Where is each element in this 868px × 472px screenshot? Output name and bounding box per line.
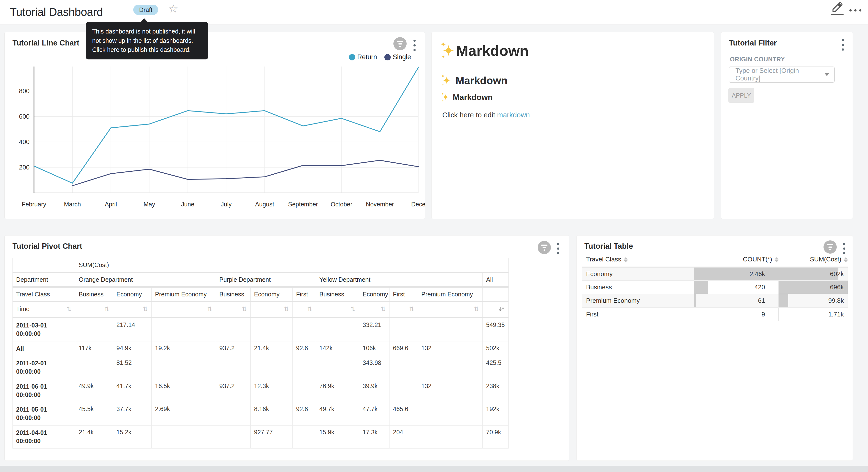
travel-class-cell: Business	[582, 281, 694, 294]
sort-icon[interactable]	[844, 257, 848, 262]
origin-country-label: ORIGIN COUNTRY	[730, 56, 785, 63]
pivot-class-header: Premium Economy	[418, 287, 483, 302]
svg-text:October: October	[331, 201, 352, 208]
svg-text:April: April	[105, 201, 117, 208]
sort-toggle-icon[interactable]: ⇅	[66, 305, 72, 313]
pivot-group-header: Yellow Department	[316, 272, 483, 287]
sort-toggle-icon[interactable]: ⇅	[474, 305, 479, 313]
pivot-cell: 19.2k	[152, 341, 216, 356]
markdown-h1: ✦✦✦Markdown	[442, 42, 529, 59]
pivot-cell: 8.16k	[251, 402, 293, 425]
sort-toggle-icon[interactable]: ⇅	[409, 305, 414, 313]
pivot-class-header: Business	[216, 287, 251, 302]
svg-text:Dece: Dece	[411, 201, 425, 208]
count-cell: 420	[694, 281, 778, 294]
pivot-class-row: Travel ClassBusinessEconomyPremium Econo…	[13, 287, 508, 302]
pivot-cell: 132	[418, 379, 483, 402]
applied-filter-icon[interactable]	[824, 240, 837, 254]
data-table: Travel Class COUNT(*) SUM(Cost) Economy2…	[582, 252, 848, 321]
table-row: First91.71k	[582, 307, 848, 321]
pivot-cell: 70.9k	[483, 425, 508, 448]
pivot-cell	[216, 425, 251, 448]
sum-cost-cell: 602k	[778, 267, 848, 281]
chevron-down-icon	[825, 73, 829, 76]
count-cell: 61	[694, 294, 778, 307]
pivot-cell	[418, 402, 483, 425]
sort-toggle-icon[interactable]: ⇅	[242, 305, 247, 313]
sum-cost-cell: 99.8k	[778, 294, 848, 307]
pivot-cell: 204	[390, 425, 418, 448]
pivot-cell: 76.9k	[316, 379, 359, 402]
pivot-cell	[216, 402, 251, 425]
pivot-cell	[418, 318, 483, 342]
sort-toggle-icon[interactable]: ⇅	[207, 305, 212, 313]
pivot-cell: 132	[418, 341, 483, 356]
pivot-metric-row: SUM(Cost)	[13, 258, 508, 272]
pivot-cell: 549.35	[483, 318, 508, 342]
svg-text:February: February	[22, 201, 46, 208]
svg-text:600: 600	[19, 113, 30, 120]
apply-button[interactable]: APPLY	[728, 88, 754, 103]
pivot-cell: 92.6	[293, 341, 316, 356]
table-card: Tutorial Table Travel Class COUNT(*) SUM…	[576, 235, 853, 461]
col-header-sum-cost[interactable]: SUM(Cost)	[778, 252, 848, 267]
pivot-cell: 669.6	[390, 341, 418, 356]
sort-toggle-icon[interactable]: ⇅	[104, 305, 109, 313]
publish-tooltip: This dashboard is not published, it will…	[86, 22, 208, 59]
sort-icon[interactable]	[624, 257, 628, 262]
col-header-count[interactable]: COUNT(*)	[694, 252, 778, 267]
pivot-cell: 217.14	[113, 318, 152, 342]
col-header-travel-class[interactable]: Travel Class	[582, 252, 694, 267]
pivot-row: 2011-04-01 00:00:0021.4k15.2k927.7715.9k…	[13, 425, 508, 448]
pivot-cell	[216, 318, 251, 342]
sort-toggle-icon[interactable]: ⇅	[143, 305, 148, 313]
pivot-cell: 343.98	[359, 356, 390, 379]
header-ellipsis-menu-icon[interactable]	[849, 9, 861, 11]
markdown-paragraph: Click here to edit markdown	[442, 111, 530, 119]
pivot-cell: 332.21	[359, 318, 390, 342]
pivot-cell: 117k	[75, 341, 113, 356]
pivot-cell	[316, 356, 359, 379]
pivot-cell	[390, 318, 418, 342]
pivot-chart-card: Tutorial Pivot Chart SUM(Cost)Department…	[4, 235, 569, 461]
svg-text:November: November	[366, 201, 394, 208]
edit-markdown-link[interactable]: markdown	[497, 111, 530, 119]
pivot-cell	[152, 356, 216, 379]
pivot-cell: 49.7k	[316, 402, 359, 425]
pivot-cell	[216, 356, 251, 379]
sort-icon[interactable]	[775, 257, 778, 262]
markdown-h2: ✦✦✦ Markdown	[442, 75, 507, 87]
count-cell: 9	[694, 307, 778, 321]
pivot-cell: 45.5k	[75, 402, 113, 425]
filter-kebab-menu-icon[interactable]	[841, 38, 845, 52]
pivot-row: 2011-06-01 00:00:0049.9k41.7k16.5k937.21…	[13, 379, 508, 402]
pivot-cell	[251, 356, 293, 379]
pivot-kebab-menu-icon[interactable]	[556, 242, 560, 255]
sort-toggle-icon[interactable]: ⇅	[350, 305, 355, 313]
sort-toggle-icon[interactable]: ⇅	[307, 305, 312, 313]
pivot-row: All117k94.9k19.2k937.221.4k92.6142k106k6…	[13, 341, 508, 356]
edit-pencil-icon[interactable]	[830, 2, 844, 15]
pivot-row-header: 2011-05-01 00:00:00	[13, 402, 75, 425]
pivot-cell	[293, 318, 316, 342]
sort-toggle-icon[interactable]: ⇅	[284, 305, 289, 313]
pivot-cell: 425.5	[483, 356, 508, 379]
bottom-scroll-strip[interactable]	[0, 466, 868, 472]
pivot-cell: 937.2	[216, 379, 251, 402]
sort-toggle-icon[interactable]: ⇅	[381, 305, 386, 313]
sort-desc-icon[interactable]	[498, 305, 505, 314]
svg-text:September: September	[288, 201, 318, 208]
markdown-card: ✦✦✦Markdown ✦✦✦ Markdown ✦✦✦ Markdown Cl…	[431, 32, 714, 219]
pivot-class-header: Economy	[359, 287, 390, 302]
table-row: Economy2.46k602k	[582, 267, 848, 281]
svg-text:July: July	[221, 201, 232, 208]
pivot-chart-title: Tutorial Pivot Chart	[12, 242, 82, 251]
dashboard-page: Tutorial Dashboard Draft ☆ This dashboar…	[0, 0, 868, 472]
pivot-cell: 465.6	[390, 402, 418, 425]
favorite-star-icon[interactable]: ☆	[168, 2, 178, 15]
pivot-cell: 41.7k	[113, 379, 152, 402]
applied-filter-icon[interactable]	[538, 241, 551, 254]
origin-country-select[interactable]: Type or Select [Origin Country]	[728, 66, 835, 83]
pivot-cell: 92.6	[293, 402, 316, 425]
draft-badge[interactable]: Draft	[133, 5, 158, 15]
